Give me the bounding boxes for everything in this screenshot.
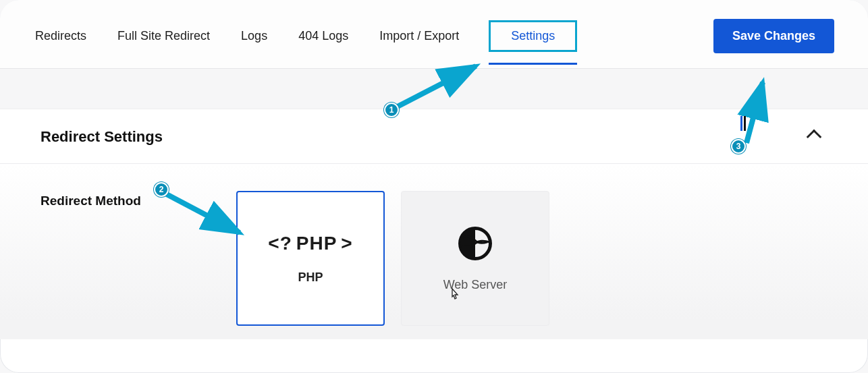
tab-full-site-redirect[interactable]: Full Site Redirect	[116, 25, 211, 47]
panel-body: Redirect Method <?PHP> PHP Web Server	[0, 164, 868, 339]
tab-logs[interactable]: Logs	[240, 25, 269, 47]
tabs-list: Redirects Full Site Redirect Logs 404 Lo…	[34, 20, 577, 52]
tabs-bar: Redirects Full Site Redirect Logs 404 Lo…	[0, 0, 868, 69]
tab-import-export[interactable]: Import / Export	[378, 25, 460, 47]
redirect-method-options: <?PHP> PHP Web Server	[236, 191, 549, 339]
spacer-strip	[0, 69, 868, 109]
panel-title: Redirect Settings	[40, 128, 163, 146]
save-changes-button[interactable]: Save Changes	[713, 19, 834, 53]
redirect-method-label: Redirect Method	[40, 191, 196, 339]
panel-header[interactable]: Redirect Settings	[0, 109, 868, 164]
redirect-method-php[interactable]: <?PHP> PHP	[236, 191, 385, 326]
webserver-option-label: Web Server	[443, 278, 508, 292]
tab-404-logs[interactable]: 404 Logs	[297, 25, 350, 47]
tab-redirects[interactable]: Redirects	[34, 25, 88, 47]
redirect-method-webserver[interactable]: Web Server	[401, 191, 549, 326]
tab-settings[interactable]: Settings	[489, 20, 577, 52]
app-frame: Redirects Full Site Redirect Logs 404 Lo…	[0, 0, 868, 373]
php-option-label: PHP	[298, 270, 323, 285]
globe-icon	[457, 225, 493, 262]
chevron-up-icon[interactable]	[807, 130, 822, 145]
php-code-icon: <?PHP>	[268, 233, 352, 254]
